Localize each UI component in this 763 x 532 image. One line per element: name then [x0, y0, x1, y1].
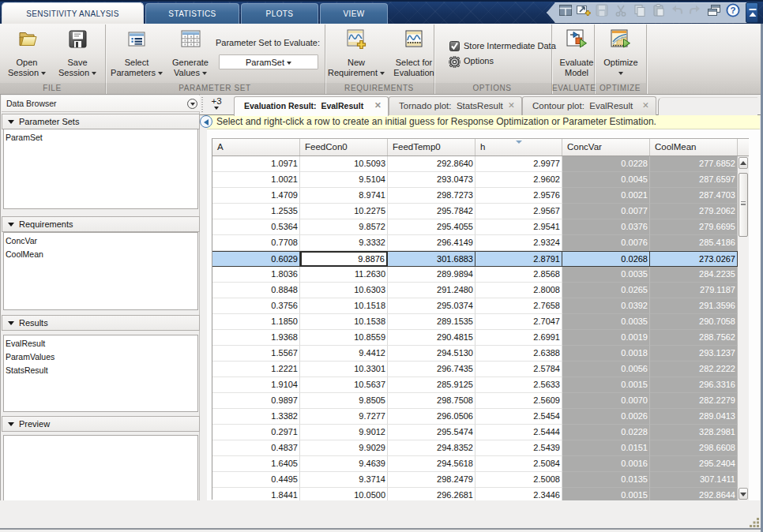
- svg-text:?: ?: [730, 6, 735, 15]
